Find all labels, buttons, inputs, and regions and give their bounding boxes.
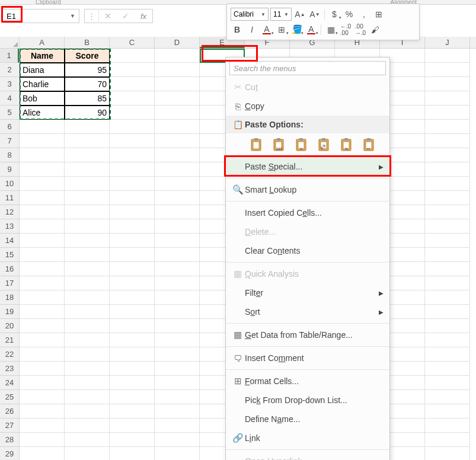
row-header-5[interactable]: 5 bbox=[0, 106, 19, 120]
cell-J18[interactable] bbox=[425, 290, 470, 305]
cell-C4[interactable] bbox=[110, 91, 155, 106]
cell-B10[interactable] bbox=[65, 177, 110, 191]
row-header-14[interactable]: 14 bbox=[0, 234, 19, 248]
cell-J8[interactable] bbox=[425, 148, 470, 162]
cell-J21[interactable] bbox=[425, 333, 470, 347]
cell-A14[interactable] bbox=[20, 234, 65, 248]
cell-D3[interactable] bbox=[155, 77, 200, 91]
cell-B29[interactable] bbox=[65, 447, 110, 460]
row-header-25[interactable]: 25 bbox=[0, 390, 19, 404]
cell-C17[interactable] bbox=[110, 276, 155, 290]
cell-J5[interactable] bbox=[425, 106, 470, 120]
cell-B15[interactable] bbox=[65, 248, 110, 262]
menu-get-data[interactable]: ▦ Get Data from Table/Range... bbox=[226, 325, 389, 344]
cell-C8[interactable] bbox=[110, 148, 155, 162]
cell-D27[interactable] bbox=[155, 419, 200, 433]
cell-D13[interactable] bbox=[155, 219, 200, 234]
menu-clear-contents[interactable]: Clear Contents bbox=[226, 241, 389, 260]
row-header-18[interactable]: 18 bbox=[0, 290, 19, 305]
row-header-8[interactable]: 8 bbox=[0, 148, 19, 162]
cell-D10[interactable] bbox=[155, 177, 200, 191]
row-header-27[interactable]: 27 bbox=[0, 419, 19, 433]
cell-C19[interactable] bbox=[110, 305, 155, 319]
cell-B13[interactable] bbox=[65, 219, 110, 234]
cell-A27[interactable] bbox=[20, 419, 65, 433]
cell-C12[interactable] bbox=[110, 205, 155, 219]
menu-link[interactable]: 🔗 Link bbox=[226, 429, 389, 448]
row-header-24[interactable]: 24 bbox=[0, 376, 19, 390]
increase-font-button[interactable]: A▲ bbox=[293, 8, 306, 21]
cell-B21[interactable] bbox=[65, 333, 110, 347]
cell-C10[interactable] bbox=[110, 177, 155, 191]
expand-formula-icon[interactable]: ⋮ bbox=[85, 9, 99, 23]
cell-A22[interactable] bbox=[20, 347, 65, 362]
cell-C22[interactable] bbox=[110, 347, 155, 362]
cell-J25[interactable] bbox=[425, 390, 470, 404]
cell-B18[interactable] bbox=[65, 290, 110, 305]
cell-A2[interactable]: Diana bbox=[20, 63, 65, 77]
menu-search-input[interactable] bbox=[229, 61, 386, 75]
cell-J11[interactable] bbox=[425, 191, 470, 205]
cell-B11[interactable] bbox=[65, 191, 110, 205]
cell-A19[interactable] bbox=[20, 305, 65, 319]
row-header-22[interactable]: 22 bbox=[0, 347, 19, 362]
menu-insert-copied[interactable]: Insert Copied Cells... bbox=[226, 203, 389, 222]
cell-C6[interactable] bbox=[110, 120, 155, 134]
cell-A11[interactable] bbox=[20, 191, 65, 205]
col-header-c[interactable]: C bbox=[110, 37, 155, 48]
cell-B12[interactable] bbox=[65, 205, 110, 219]
cell-A15[interactable] bbox=[20, 248, 65, 262]
cell-D28[interactable] bbox=[155, 433, 200, 447]
font-color-button[interactable]: A▾ bbox=[305, 23, 318, 36]
cell-J10[interactable] bbox=[425, 177, 470, 191]
row-header-26[interactable]: 26 bbox=[0, 404, 19, 419]
cell-C25[interactable] bbox=[110, 390, 155, 404]
cell-A13[interactable] bbox=[20, 219, 65, 234]
cell-A6[interactable] bbox=[20, 120, 65, 134]
cell-C26[interactable] bbox=[110, 404, 155, 419]
percent-button[interactable]: % bbox=[343, 8, 356, 21]
row-header-15[interactable]: 15 bbox=[0, 248, 19, 262]
cell-B6[interactable] bbox=[65, 120, 110, 134]
cell-D14[interactable] bbox=[155, 234, 200, 248]
cell-D22[interactable] bbox=[155, 347, 200, 362]
cell-B5[interactable]: 90 bbox=[65, 106, 110, 120]
row-header-19[interactable]: 19 bbox=[0, 305, 19, 319]
cell-B8[interactable] bbox=[65, 148, 110, 162]
cell-A3[interactable]: Charlie bbox=[20, 77, 65, 91]
cell-J29[interactable] bbox=[425, 447, 470, 460]
cell-B27[interactable] bbox=[65, 419, 110, 433]
font-name-combo[interactable]: Calibri ▼ bbox=[231, 8, 269, 21]
select-all-corner[interactable] bbox=[0, 37, 20, 49]
row-header-2[interactable]: 2 bbox=[0, 63, 19, 77]
cell-D4[interactable] bbox=[155, 91, 200, 106]
cell-C1[interactable] bbox=[110, 49, 155, 63]
col-header-a[interactable]: A bbox=[20, 37, 65, 48]
name-box[interactable]: E1 ▼ bbox=[2, 9, 79, 23]
menu-copy[interactable]: ⎘ Copy bbox=[226, 97, 389, 116]
menu-insert-comment[interactable]: 🗨 Insert Comment bbox=[226, 349, 389, 368]
cell-D26[interactable] bbox=[155, 404, 200, 419]
cell-D29[interactable] bbox=[155, 447, 200, 460]
bold-button[interactable]: B bbox=[231, 23, 244, 36]
cell-A26[interactable] bbox=[20, 404, 65, 419]
cell-A16[interactable] bbox=[20, 262, 65, 276]
cell-B4[interactable]: 85 bbox=[65, 91, 110, 106]
menu-search[interactable] bbox=[229, 61, 386, 75]
cell-B14[interactable] bbox=[65, 234, 110, 248]
cell-A21[interactable] bbox=[20, 333, 65, 347]
cell-C27[interactable] bbox=[110, 419, 155, 433]
cell-J9[interactable] bbox=[425, 162, 470, 177]
cell-D17[interactable] bbox=[155, 276, 200, 290]
cell-J17[interactable] bbox=[425, 276, 470, 290]
row-header-17[interactable]: 17 bbox=[0, 276, 19, 290]
increase-decimal-button[interactable]: ←.0.00 bbox=[339, 23, 352, 36]
row-header-7[interactable]: 7 bbox=[0, 134, 19, 148]
menu-pick-list[interactable]: Pick From Drop-down List... bbox=[226, 391, 389, 410]
font-size-combo[interactable]: 11 ▼ bbox=[270, 8, 292, 21]
cell-A25[interactable] bbox=[20, 390, 65, 404]
fill-color-button[interactable]: 🪣▾ bbox=[290, 23, 303, 36]
comma-button[interactable]: , bbox=[357, 8, 370, 21]
cell-J7[interactable] bbox=[425, 134, 470, 148]
cell-C29[interactable] bbox=[110, 447, 155, 460]
